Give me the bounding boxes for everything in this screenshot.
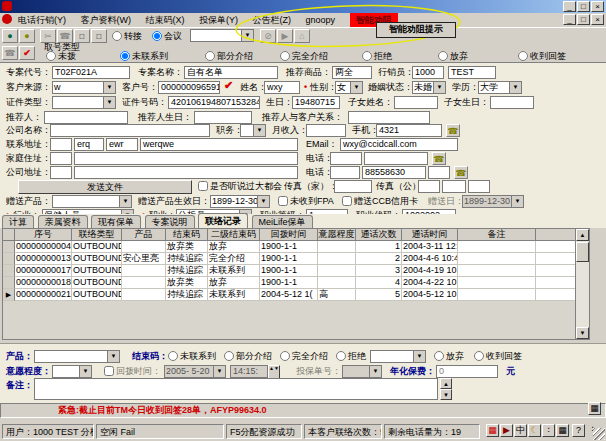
dialtype-radio-reject[interactable]: [362, 51, 372, 61]
unlock-icon[interactable]: ◘: [91, 29, 107, 43]
col-time[interactable]: 通话时间: [402, 229, 458, 241]
project-name-field[interactable]: 自有名单: [184, 66, 278, 79]
ime-grid-icon[interactable]: ▦: [486, 424, 499, 437]
table-row[interactable]: 00000000018 OUTBOUND 放弃类 放弃 1900-1-1 4 2…: [3, 277, 589, 289]
send-file-button[interactable]: 发送文件: [18, 180, 192, 194]
tab-contact-records[interactable]: 联络记录: [198, 213, 248, 228]
dial-phone2-icon[interactable]: ☎: [454, 166, 468, 179]
referrer-birth-field[interactable]: [194, 111, 252, 124]
contact-addr-field-1[interactable]: [50, 138, 72, 151]
play-icon[interactable]: ▶: [277, 29, 293, 43]
phone1-field-1[interactable]: [330, 152, 362, 165]
dialtype-radio-partial[interactable]: [205, 51, 215, 61]
agent-name-field[interactable]: TEST: [448, 66, 496, 79]
policy-no-select[interactable]: ▼: [342, 365, 382, 378]
fax-home-field[interactable]: [334, 180, 372, 193]
source-select[interactable]: w▼: [52, 81, 116, 94]
gender-select[interactable]: 女▼: [335, 81, 363, 94]
callback-checkbox[interactable]: [104, 366, 114, 376]
rec-product-field[interactable]: 两全: [332, 66, 372, 79]
ccb-checkbox[interactable]: [342, 196, 352, 206]
tab-relatives[interactable]: 亲属资料: [38, 215, 88, 229]
intent-select[interactable]: ▼: [52, 365, 92, 378]
ime-softkbd-icon[interactable]: ▦: [556, 424, 569, 437]
company-addr-field-1[interactable]: [50, 166, 72, 179]
col-subcode[interactable]: 二级结束码: [208, 229, 260, 241]
callback-time-field[interactable]: 14:15:: [230, 365, 268, 378]
name-field[interactable]: wxy: [264, 81, 300, 94]
menu-policy-form[interactable]: 投保单(Y): [193, 13, 244, 27]
note-textarea[interactable]: [34, 378, 438, 400]
fpa-checkbox[interactable]: [278, 196, 288, 206]
dial-phone-icon[interactable]: ☎: [2, 46, 18, 60]
menu-customer-data[interactable]: 客户资料(W): [75, 13, 138, 27]
contact-addr-field-2[interactable]: erq: [74, 138, 104, 151]
income-field[interactable]: [306, 124, 346, 137]
customer-no-field[interactable]: 000000096591: [158, 81, 220, 94]
note-scroll-down-icon[interactable]: ▼: [440, 389, 452, 400]
col-intent[interactable]: 意愿程度: [318, 229, 356, 241]
mobile-field[interactable]: 4321: [376, 124, 442, 137]
help-button[interactable]: ?: [572, 424, 585, 437]
ccb-date-select[interactable]: 1899-12-30▼: [462, 195, 524, 208]
endcode-radio-full[interactable]: [280, 351, 290, 361]
callback-date-select[interactable]: 2005- 5-20▼: [164, 365, 226, 378]
endcode-radio-signed[interactable]: [474, 351, 484, 361]
company-addr-field-2[interactable]: [74, 166, 298, 179]
menu-bulletin[interactable]: 公告栏(Z): [247, 13, 298, 27]
referrer-field[interactable]: [44, 111, 128, 124]
child-name-field[interactable]: [394, 96, 438, 109]
fax-office-field-3[interactable]: [468, 180, 490, 193]
gift-product-select[interactable]: ▼: [52, 195, 132, 208]
resize-grip[interactable]: [593, 428, 605, 440]
ime-halfwidth-icon[interactable]: ☾: [528, 424, 541, 437]
home-addr-field-1[interactable]: [50, 152, 72, 165]
scrollbar-thumb[interactable]: [576, 242, 589, 262]
ime-pen-icon[interactable]: ▶: [500, 424, 513, 437]
dialtype-radio-full[interactable]: [280, 51, 290, 61]
note-scroll-up-icon[interactable]: ▲: [440, 378, 452, 389]
ime-punct-icon[interactable]: ∶: [542, 424, 555, 437]
vertical-scrollbar[interactable]: ▲ ▼: [575, 229, 589, 339]
child-birth-field[interactable]: [490, 96, 534, 109]
table-row[interactable]: 00000000017 OUTBOUND 持续追踪 未联系到 1900-1-1 …: [3, 265, 589, 277]
col-product[interactable]: 产品: [122, 229, 166, 241]
referrer-rel-field[interactable]: [348, 111, 430, 124]
tab-existing-policies[interactable]: 现有保单: [91, 215, 141, 229]
col-note[interactable]: 备注: [458, 229, 536, 241]
home-addr-field-2[interactable]: [74, 152, 298, 165]
agent-id-field[interactable]: 1000: [412, 66, 444, 79]
table-row[interactable]: 00000000004 OUTBOUND 放弃类 放弃 1900-1-1 1 2…: [3, 241, 589, 253]
table-row-current[interactable]: ▶ 00000000021 OUTBOUND 持续追踪 未联系到 2004-5-…: [3, 289, 589, 301]
endcode-radio-reject[interactable]: [336, 351, 346, 361]
product-select[interactable]: ▼: [34, 350, 120, 363]
menu-telemarketing[interactable]: 电话行销(Y): [12, 13, 72, 27]
mdi-close-button[interactable]: ×: [591, 14, 604, 25]
dial-mobile-icon[interactable]: ☎: [446, 124, 460, 137]
mdi-restore-button[interactable]: □: [577, 14, 590, 25]
job-select[interactable]: ▼: [240, 124, 266, 137]
col-code[interactable]: 结束码: [166, 229, 208, 241]
col-seq[interactable]: 序号: [15, 229, 72, 241]
hangup-call-icon[interactable]: ●: [19, 29, 35, 43]
endcode-radio-partial[interactable]: [224, 351, 234, 361]
confirm-check-icon[interactable]: ✔: [19, 46, 35, 60]
marital-select[interactable]: 未婚▼: [412, 81, 446, 94]
conference-target-select[interactable]: ▼: [190, 29, 254, 42]
endcode-radio-notreached[interactable]: [168, 351, 178, 361]
endcode-radio-abandon[interactable]: [434, 351, 444, 361]
phone2-field-1[interactable]: [330, 166, 360, 179]
mdi-minimize-button[interactable]: _: [563, 14, 576, 25]
dialtype-radio-abandon[interactable]: [438, 51, 448, 61]
fax-office-field-1[interactable]: [418, 180, 440, 193]
tab-meilife[interactable]: MeiLife保单: [252, 215, 313, 229]
scroll-up-icon[interactable]: ▲: [576, 229, 589, 241]
id-type-select[interactable]: ▼: [52, 96, 116, 109]
contact-addr-field-4[interactable]: werqwe: [140, 138, 298, 151]
premium-field[interactable]: 0: [436, 365, 498, 378]
reject-detail-select[interactable]: ▼: [370, 350, 426, 363]
birth-field[interactable]: 19480715: [292, 96, 340, 109]
ime-mode-icon[interactable]: 中: [514, 424, 527, 437]
gift-date-select[interactable]: 1899-12-30▼: [210, 195, 270, 208]
phone2-field-3[interactable]: [428, 166, 450, 179]
